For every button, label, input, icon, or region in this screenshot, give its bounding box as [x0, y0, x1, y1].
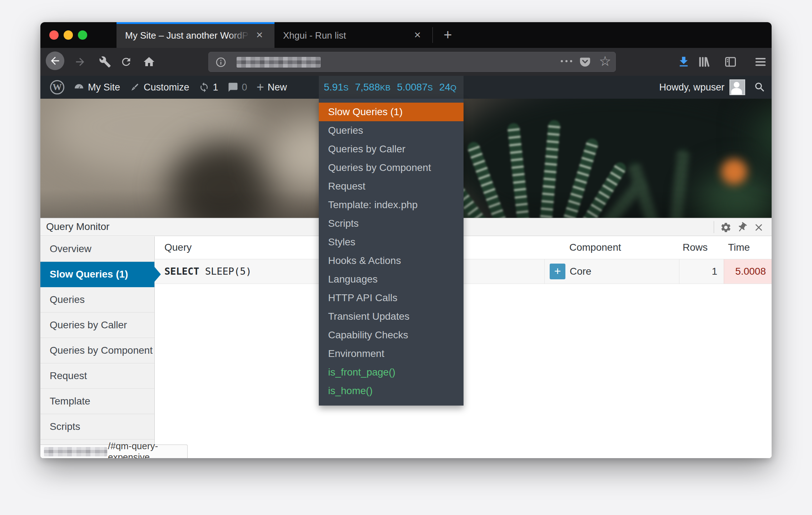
- settings-button[interactable]: [719, 221, 732, 234]
- traffic-light-zoom[interactable]: [78, 30, 87, 40]
- howdy-label[interactable]: Howdy, wpuser: [659, 82, 724, 93]
- qm-menu-item-languages[interactable]: Languages: [319, 270, 464, 289]
- sidebar-item-queries-by-component[interactable]: Queries by Component: [40, 338, 154, 363]
- hamburger-icon: [754, 55, 767, 69]
- qm-menu-item-scripts[interactable]: Scripts: [319, 214, 464, 233]
- qm-stat-memory: 7,588KB: [355, 82, 390, 93]
- customize-label: Customize: [144, 82, 189, 93]
- rows-cell: 1: [679, 259, 724, 284]
- qm-stat-load-time: 5.91S: [324, 82, 348, 93]
- sidebar-item-template[interactable]: Template: [40, 389, 154, 414]
- qm-menu-item-environment[interactable]: Environment: [319, 344, 464, 363]
- qm-menu-item-is-front-page[interactable]: is_front_page(): [319, 363, 464, 382]
- brush-icon: [129, 82, 140, 93]
- link-preview-statusbar: /#qm-query-expensive: [40, 445, 188, 458]
- wrench-icon: [99, 56, 111, 68]
- my-site-label: My Site: [88, 82, 120, 93]
- reload-icon: [120, 56, 132, 68]
- back-button[interactable]: [46, 52, 64, 70]
- qm-menu-item-slow-queries[interactable]: Slow Queries (1): [319, 103, 464, 121]
- downloads-button[interactable]: [677, 55, 690, 69]
- time-cell: 5.0008: [724, 259, 772, 284]
- comments-count: 0: [242, 82, 247, 93]
- qm-dropdown-menu: Slow Queries (1) Queries Queries by Call…: [319, 99, 464, 406]
- column-header-component: Component: [544, 236, 679, 259]
- pocket-icon[interactable]: [579, 56, 591, 68]
- plus-icon: +: [257, 82, 264, 93]
- download-icon: [677, 55, 690, 69]
- tab-bar: My Site – Just another WordPress si × Xh…: [40, 22, 772, 48]
- navigation-toolbar: ☆: [40, 48, 772, 76]
- updates-menu[interactable]: 1: [194, 76, 223, 99]
- tab-divider: [432, 27, 433, 43]
- browser-window: My Site – Just another WordPress si × Xh…: [40, 22, 772, 458]
- site-info-icon[interactable]: [215, 57, 227, 68]
- sidebar-item-queries-by-caller[interactable]: Queries by Caller: [40, 313, 154, 338]
- qm-menu-item-request[interactable]: Request: [319, 177, 464, 196]
- qm-menu-item-queries-by-caller[interactable]: Queries by Caller: [319, 140, 464, 158]
- qm-menu-item-styles[interactable]: Styles: [319, 233, 464, 251]
- bokeh-light: [721, 159, 747, 185]
- column-header-rows: Rows: [679, 236, 724, 259]
- qm-menu-item-hooks-actions[interactable]: Hooks & Actions: [319, 251, 464, 270]
- avatar[interactable]: [729, 79, 745, 95]
- sidebar-icon: [724, 55, 737, 68]
- new-label: New: [268, 82, 287, 93]
- gear-icon: [720, 222, 732, 233]
- library-button[interactable]: [697, 55, 711, 69]
- sidebar-item-scripts[interactable]: Scripts: [40, 414, 154, 440]
- censored-url-text: [237, 57, 321, 68]
- tab-my-site[interactable]: My Site – Just another WordPress si ×: [117, 22, 274, 48]
- traffic-light-minimize[interactable]: [64, 30, 73, 40]
- wp-logo-menu[interactable]: W: [45, 76, 69, 99]
- page-actions-icon[interactable]: [561, 60, 572, 62]
- comment-icon: [228, 82, 238, 93]
- my-site-menu[interactable]: My Site: [69, 76, 125, 99]
- search-icon[interactable]: [754, 81, 766, 93]
- wp-admin-bar: W My Site Customize 1 0 + New: [40, 76, 772, 99]
- censored-link-domain: [44, 447, 107, 456]
- qm-stat-query-count: 24Q: [439, 82, 456, 93]
- sidebar-item-request[interactable]: Request: [40, 363, 154, 389]
- tab-title: Xhgui - Run list: [283, 22, 407, 48]
- expand-caller-button[interactable]: +: [550, 264, 565, 279]
- tab-close-icon[interactable]: ×: [410, 28, 425, 42]
- close-panel-button[interactable]: [752, 221, 765, 234]
- qm-menu-item-template[interactable]: Template: index.php: [319, 196, 464, 214]
- column-header-time: Time: [724, 236, 772, 259]
- home-icon: [143, 55, 155, 68]
- sidebar-item-slow-queries[interactable]: Slow Queries (1): [40, 262, 154, 287]
- qm-panel-title: Query Monitor: [46, 218, 109, 236]
- reload-button[interactable]: [119, 55, 133, 69]
- qm-menu-item-http-api-calls[interactable]: HTTP API Calls: [319, 289, 464, 307]
- query-monitor-menu[interactable]: 5.91S 7,588KB 5.0087S 24Q: [319, 76, 464, 99]
- update-icon: [199, 82, 209, 93]
- tab-close-icon[interactable]: ×: [252, 28, 267, 42]
- new-content-menu[interactable]: + New: [252, 76, 292, 99]
- qm-menu-item-is-home[interactable]: is_home(): [319, 382, 464, 400]
- link-preview-text: /#qm-query-expensive: [108, 441, 187, 458]
- home-button[interactable]: [142, 55, 156, 69]
- tab-title-fade: [228, 24, 249, 47]
- traffic-light-close[interactable]: [49, 30, 59, 40]
- sidebar-toggle-button[interactable]: [724, 55, 737, 69]
- comments-menu[interactable]: 0: [223, 76, 252, 99]
- url-bar[interactable]: ☆: [208, 52, 616, 72]
- sidebar-item-queries[interactable]: Queries: [40, 287, 154, 313]
- qm-menu-item-queries-by-component[interactable]: Queries by Component: [319, 158, 464, 177]
- customize-menu[interactable]: Customize: [125, 76, 194, 99]
- forward-button[interactable]: [73, 55, 87, 69]
- qm-sidebar: Overview Slow Queries (1) Queries Querie…: [40, 236, 155, 458]
- wrench-button[interactable]: [98, 55, 112, 69]
- qm-menu-item-queries[interactable]: Queries: [319, 121, 464, 140]
- qm-menu-item-capability-checks[interactable]: Capability Checks: [319, 326, 464, 344]
- menu-button[interactable]: [754, 55, 767, 69]
- new-tab-button[interactable]: +: [438, 26, 458, 44]
- qm-stat-query-time: 5.0087S: [397, 82, 433, 93]
- qm-menu-item-transient-updates[interactable]: Transient Updates: [319, 307, 464, 326]
- bookmark-star-icon[interactable]: ☆: [599, 53, 611, 69]
- sidebar-item-overview[interactable]: Overview: [40, 236, 154, 262]
- pin-button[interactable]: [736, 221, 748, 234]
- tab-xhgui[interactable]: Xhgui - Run list ×: [274, 22, 432, 48]
- wordpress-logo-icon: W: [50, 80, 64, 94]
